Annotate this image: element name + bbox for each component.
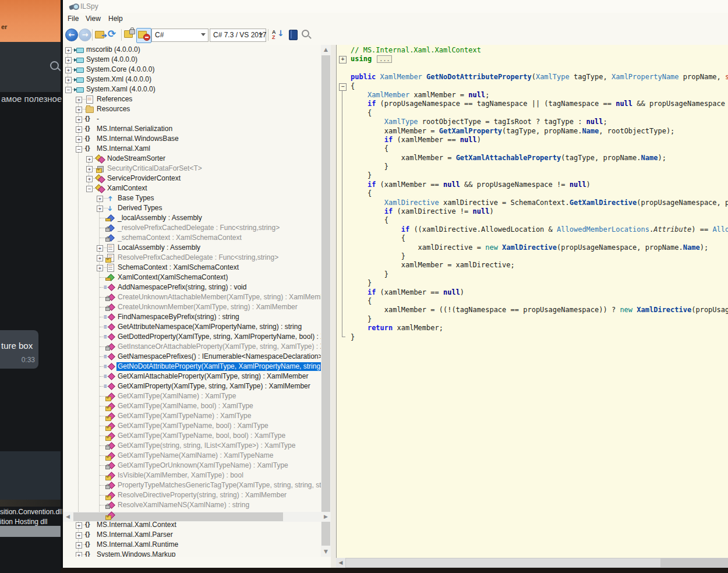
tree-item-label[interactable]: mscorlib (4.0.0.0) <box>85 45 142 54</box>
tree-item-label[interactable]: GetXamlType(XamlTypeName, bool, bool) : … <box>116 431 287 440</box>
tree-row[interactable]: +System.Core (4.0.0.0) <box>63 65 321 75</box>
expand-toggle[interactable]: + <box>97 196 103 202</box>
tree-row[interactable]: GetXamlType(XamlTypeName, bool, bool) : … <box>63 431 321 441</box>
tree-item-label[interactable]: MS.Internal.Serialization <box>96 125 174 133</box>
expand-toggle[interactable]: + <box>76 542 82 549</box>
tree-row[interactable]: ResolveXamlNameNS(XamlName) : string <box>63 500 321 510</box>
tree-row[interactable]: ≡GetDottedProperty(XamlType, string, Xam… <box>63 332 321 342</box>
expand-toggle[interactable]: + <box>65 77 72 83</box>
expand-toggle[interactable]: + <box>97 245 103 252</box>
expand-toggle[interactable]: + <box>76 136 82 143</box>
tree-item-label[interactable]: XamlContext(XamlSchemaContext) <box>116 273 229 282</box>
sort-assemblies-button[interactable]: AZ↓ <box>271 28 285 42</box>
tree-row[interactable]: ≡GetNamespacePrefixes() : IEnumerable<Na… <box>63 352 321 362</box>
tree-row[interactable]: +➔Derived Types <box>63 203 321 213</box>
tree-item-label[interactable]: GetXamlProperty(XamlType, string, XamlTy… <box>116 382 312 391</box>
tree-row[interactable]: GetXamlTypeOrUnknown(XamlTypeName) : Xam… <box>63 461 321 471</box>
tree-item-label[interactable]: NodeStreamSorter <box>106 154 167 163</box>
tree-row[interactable]: +{}- <box>63 114 321 124</box>
tree-item-label[interactable]: MS.Internal.Xaml.Context <box>96 521 178 529</box>
scroll-left-arrow[interactable]: ◀ <box>336 558 345 568</box>
tree-item-label[interactable]: System (4.0.0.0) <box>85 55 139 64</box>
tree-item-label[interactable]: SecurityCriticalDataForSet<T> <box>106 164 204 173</box>
tree-item-label[interactable]: MS.Internal.WindowsBase <box>96 135 181 143</box>
scroll-left-arrow[interactable]: ◀ <box>63 512 73 522</box>
tree-item-label[interactable]: FindNamespaceByPrefix(string) : string <box>116 313 241 321</box>
tree-row[interactable]: GetXamlType(XamlName, bool) : XamlType <box>63 401 321 411</box>
tree-item-label[interactable]: GetNoDotAttributeProperty(XamlType, Xaml… <box>116 362 321 371</box>
tree-row[interactable]: +SchemaContext : XamlSchemaContext <box>63 263 321 273</box>
expand-toggle[interactable]: + <box>76 97 82 103</box>
tree-row[interactable]: GetXamlTypeName(XamlName) : XamlTypeName <box>63 451 321 461</box>
menu-help[interactable]: Help <box>108 15 123 23</box>
scrollbar-thumb[interactable] <box>73 512 283 521</box>
expand-toggle[interactable]: + <box>97 265 103 271</box>
collapse-toggle[interactable]: − <box>65 87 72 93</box>
tree-item-label[interactable]: System.Windows.Markup <box>96 550 177 557</box>
tree-item-label[interactable]: AddNamespacePrefix(string, string) : voi… <box>116 283 248 292</box>
tree-row[interactable]: +{}MS.Internal.Xaml.Runtime <box>63 540 321 550</box>
tree-item-label[interactable]: CreateUnknownMember(XamlType, string) : … <box>116 303 299 312</box>
tree-row[interactable]: +ResolvePrefixCachedDelegate : Func<stri… <box>63 253 321 263</box>
tree-row[interactable]: _schemaContext : XamlSchemaContext <box>63 233 321 243</box>
word-wrap-button[interactable] <box>287 28 301 42</box>
tree-item-label[interactable]: GetInstanceOrAttachableProperty(XamlType… <box>116 342 321 351</box>
tree-item-label[interactable]: References <box>96 95 134 104</box>
tree-row[interactable]: +System (4.0.0.0) <box>63 55 321 65</box>
expand-toggle[interactable]: + <box>76 522 82 529</box>
compiler-version-select[interactable]: C# 7.3 / VS 2017 <box>210 29 266 42</box>
refresh-button[interactable]: ⟳ <box>107 28 121 42</box>
panel-splitter[interactable] <box>331 45 336 568</box>
tree-row[interactable]: +mscorlib (4.0.0.0) <box>63 45 321 55</box>
tree-row[interactable]: ≡FindNamespaceByPrefix(string) : string <box>63 312 321 322</box>
scrollbar-thumb[interactable] <box>321 55 330 546</box>
tree-item-label[interactable]: GetXamlType(XamlTypeName, bool) : XamlTy… <box>116 422 270 430</box>
tree-row[interactable]: ≡AddNamespacePrefix(string, string) : vo… <box>63 282 321 292</box>
show-public-only-toggle[interactable] <box>136 28 151 43</box>
code-horizontal-scrollbar[interactable]: ◀ <box>336 558 728 568</box>
tree-row[interactable]: ≡GetXamlAttachableProperty(XamlType, str… <box>63 372 321 381</box>
expand-toggle[interactable]: + <box>86 166 93 172</box>
scroll-down-arrow[interactable]: ▼ <box>321 547 331 557</box>
scroll-up-arrow[interactable]: ▲ <box>321 45 331 55</box>
tree-item-label[interactable]: ResolvePrefixCachedDelegate : Func<strin… <box>116 253 280 262</box>
tree-item-label[interactable]: PropertyTypeMatchesGenericTagType(XamlTy… <box>116 481 321 490</box>
forward-button[interactable]: → <box>78 28 92 42</box>
fold-expand-marker[interactable]: + <box>339 56 347 63</box>
tree-row[interactable]: IsVisible(XamlMember, XamlType) : bool <box>63 471 321 480</box>
tree-item-label[interactable]: - <box>96 115 101 123</box>
expand-toggle[interactable]: + <box>86 156 93 162</box>
tree-row[interactable]: +LocalAssembly : Assembly <box>63 243 321 253</box>
expand-toggle[interactable]: + <box>76 116 82 123</box>
tree-row[interactable]: +SecurityCriticalDataForSet<T> <box>63 164 321 174</box>
tree-item-label[interactable]: GetXamlTypeOrUnknown(XamlTypeName) : Xam… <box>116 461 290 470</box>
tree-row[interactable]: CreateUnknownMember(XamlType, string) : … <box>63 302 321 312</box>
tree-item-label[interactable]: _resolvePrefixCachedDelegate : Func<stri… <box>116 224 281 232</box>
tree-row[interactable]: +➔Base Types <box>63 193 321 203</box>
tree-vertical-scrollbar[interactable]: ▲ ▼ <box>321 45 331 557</box>
back-button[interactable]: ← <box>65 28 79 42</box>
tree-item-label[interactable]: Derived Types <box>116 204 164 213</box>
tree-item-label[interactable]: MS.Internal.Xaml.Runtime <box>96 540 180 549</box>
tree-item-label[interactable]: _localAssembly : Assembly <box>116 214 204 222</box>
tree-item-label[interactable]: LocalAssembly : Assembly <box>116 243 202 252</box>
tree-row[interactable]: +System.Xml (4.0.0.0) <box>63 75 321 84</box>
tree-row[interactable]: +ServiceProviderContext <box>63 174 321 183</box>
open-assembly-button[interactable]: ➔ <box>94 28 108 42</box>
tree-item-label[interactable]: GetXamlType(XamlTypeName) : XamlType <box>116 412 253 420</box>
tree-item-label[interactable]: GetXamlType(string, string, IList<XamlTy… <box>116 441 297 450</box>
tree-row[interactable]: GetXamlType(XamlName) : XamlType <box>63 391 321 401</box>
menu-view[interactable]: View <box>86 15 101 23</box>
tree-item-label[interactable]: GetNamespacePrefixes() : IEnumerable<Nam… <box>116 352 321 361</box>
tree-row[interactable]: GetXamlType(XamlTypeName, bool) : XamlTy… <box>63 421 321 431</box>
decompiled-code-panel[interactable]: // MS.Internal.Xaml.XamlContextusing ...… <box>336 45 728 558</box>
menu-file[interactable]: File <box>68 15 79 23</box>
tree-horizontal-scrollbar[interactable]: ◀ ▶ <box>63 512 331 522</box>
tree-item-label[interactable]: _schemaContext : XamlSchemaContext <box>116 234 243 242</box>
tree-row[interactable]: GetInstanceOrAttachableProperty(XamlType… <box>63 342 321 352</box>
tree-item-label[interactable]: MS.Internal.Xaml.Parser <box>96 530 175 539</box>
tree-item-label[interactable]: IsVisible(XamlMember, XamlType) : bool <box>116 471 245 480</box>
tree-item-label[interactable]: GetXamlType(XamlName) : XamlType <box>116 392 238 401</box>
tree-row[interactable]: −System.Xaml (4.0.0.0) <box>63 84 321 94</box>
expand-toggle[interactable]: + <box>65 47 72 54</box>
